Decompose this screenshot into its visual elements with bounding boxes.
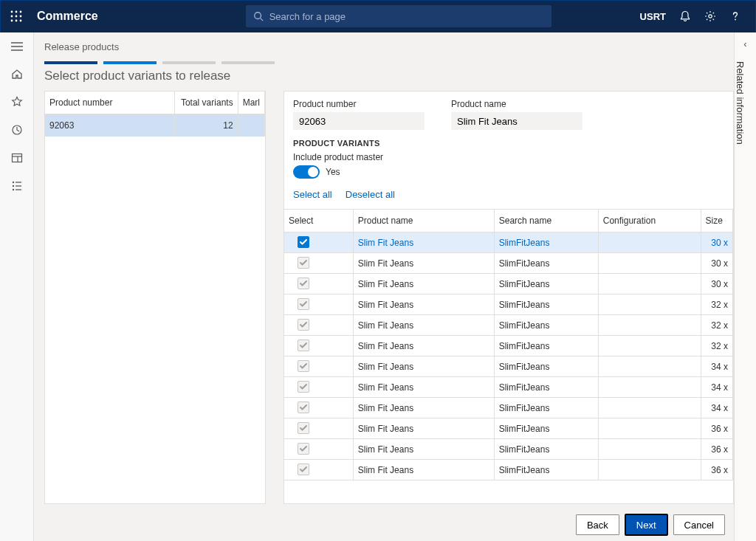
svg-point-0 — [11, 11, 13, 13]
step-2 — [103, 61, 157, 64]
workspace-icon[interactable] — [11, 152, 23, 164]
company-label[interactable]: USRT — [640, 11, 666, 22]
variant-row[interactable]: Slim Fit JeansSlimFitJeans34 x — [284, 398, 733, 418]
svg-point-4 — [16, 15, 18, 18]
step-4 — [221, 61, 275, 64]
svg-point-1 — [16, 11, 18, 13]
product-name-input[interactable] — [451, 112, 583, 130]
col-select[interactable]: Select — [284, 210, 353, 232]
include-master-value: Yes — [326, 167, 340, 177]
svg-point-6 — [11, 20, 13, 22]
search-input[interactable] — [269, 11, 544, 22]
wizard-progress — [44, 61, 734, 64]
svg-point-21 — [12, 185, 13, 187]
variant-row[interactable]: Slim Fit JeansSlimFitJeans30 x — [284, 253, 733, 274]
variant-row[interactable]: Slim Fit JeansSlimFitJeans34 x — [284, 377, 733, 398]
row-checkbox[interactable] — [298, 340, 309, 351]
related-info-label[interactable]: Related information — [735, 55, 746, 145]
product-number-label: Product number — [293, 99, 425, 109]
global-search[interactable] — [246, 5, 551, 27]
product-number-input[interactable] — [293, 112, 425, 130]
row-checkbox[interactable] — [298, 443, 309, 455]
row-checkbox[interactable] — [298, 422, 309, 434]
chevron-left-icon[interactable]: ‹ — [735, 32, 756, 55]
next-button[interactable]: Next — [625, 514, 667, 535]
row-checkbox[interactable] — [298, 381, 309, 393]
variant-row[interactable]: Slim Fit JeansSlimFitJeans36 x — [284, 439, 733, 460]
help-icon[interactable] — [729, 10, 741, 22]
products-panel: Product number Total variants Marl 92063… — [44, 91, 266, 504]
row-checkbox[interactable] — [298, 402, 309, 413]
select-all-link[interactable]: Select all — [293, 189, 332, 200]
col-search-name[interactable]: Search name — [494, 210, 598, 232]
step-3 — [162, 61, 216, 64]
row-checkbox[interactable] — [298, 298, 309, 310]
row-checkbox[interactable] — [298, 236, 309, 248]
section-title: Select product variants to release — [44, 69, 734, 83]
variant-row[interactable]: Slim Fit JeansSlimFitJeans30 x — [284, 232, 733, 253]
variant-row[interactable]: Slim Fit JeansSlimFitJeans36 x — [284, 418, 733, 439]
clock-icon[interactable] — [11, 124, 23, 136]
col-product-number[interactable]: Product number — [45, 92, 174, 114]
svg-rect-17 — [12, 154, 21, 162]
variant-row[interactable]: Slim Fit JeansSlimFitJeans32 x — [284, 315, 733, 336]
left-nav-rail — [0, 32, 34, 541]
variant-row[interactable]: Slim Fit JeansSlimFitJeans36 x — [284, 460, 733, 480]
brand-title: Commerce — [32, 10, 98, 23]
gear-icon[interactable] — [704, 10, 716, 22]
related-info-pane: ‹ Related information — [734, 32, 756, 541]
product-name-label: Product name — [451, 99, 583, 109]
svg-line-10 — [260, 18, 263, 21]
col-total-variants[interactable]: Total variants — [174, 92, 238, 114]
svg-point-3 — [11, 15, 13, 18]
svg-point-20 — [12, 182, 13, 183]
back-button[interactable]: Back — [576, 514, 619, 535]
col-product-name[interactable]: Product name — [353, 210, 494, 232]
row-checkbox[interactable] — [298, 464, 309, 475]
products-hscroll[interactable] — [45, 504, 265, 511]
topbar: Commerce USRT — [0, 0, 756, 32]
variant-row[interactable]: Slim Fit JeansSlimFitJeans34 x — [284, 356, 733, 377]
include-master-label: Include product master — [284, 152, 733, 165]
col-size[interactable]: Size — [701, 210, 732, 232]
modules-icon[interactable] — [11, 180, 23, 192]
row-checkbox[interactable] — [298, 257, 309, 269]
svg-point-7 — [16, 20, 18, 22]
svg-point-11 — [709, 15, 712, 18]
row-checkbox[interactable] — [298, 319, 309, 331]
star-icon[interactable] — [11, 96, 23, 108]
row-checkbox[interactable] — [298, 278, 309, 289]
cancel-button[interactable]: Cancel — [673, 514, 725, 535]
deselect-all-link[interactable]: Deselect all — [346, 189, 395, 200]
svg-point-22 — [12, 189, 13, 190]
svg-point-5 — [20, 15, 22, 18]
page-title: Release products — [44, 41, 734, 52]
bell-icon[interactable] — [679, 10, 691, 22]
step-1 — [44, 61, 97, 64]
svg-point-12 — [735, 19, 736, 21]
row-checkbox[interactable] — [298, 360, 309, 372]
home-icon[interactable] — [11, 68, 23, 80]
variants-hscroll[interactable] — [284, 493, 733, 500]
variants-panel: Product number Product name PRODUCT VARI… — [284, 91, 734, 504]
hamburger-icon[interactable] — [10, 41, 24, 52]
include-master-toggle[interactable] — [293, 165, 320, 179]
col-marl[interactable]: Marl — [238, 92, 264, 114]
svg-point-2 — [20, 11, 22, 13]
svg-point-8 — [20, 20, 22, 22]
variant-row[interactable]: Slim Fit JeansSlimFitJeans32 x — [284, 336, 733, 356]
product-row[interactable]: 9206312 — [45, 114, 265, 137]
variants-heading: PRODUCT VARIANTS — [284, 139, 733, 152]
svg-point-9 — [254, 13, 261, 19]
variant-row[interactable]: Slim Fit JeansSlimFitJeans30 x — [284, 274, 733, 294]
app-launcher-icon[interactable] — [0, 10, 32, 22]
variant-row[interactable]: Slim Fit JeansSlimFitJeans32 x — [284, 294, 733, 315]
wizard-footer: Back Next Cancel — [576, 514, 725, 535]
search-icon — [253, 11, 264, 21]
col-configuration[interactable]: Configuration — [598, 210, 701, 232]
